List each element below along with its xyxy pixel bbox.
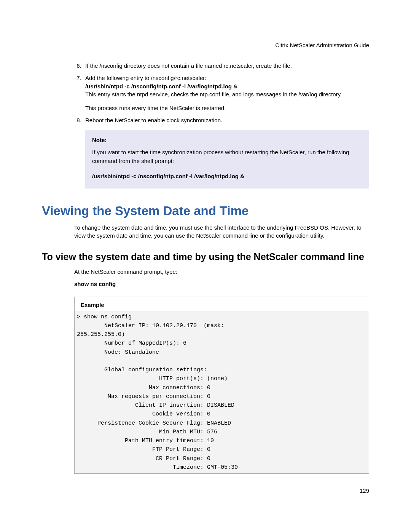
section-intro: To change the system date and time, you … [74,224,369,240]
section-heading: Viewing the System Date and Time [42,204,369,218]
example-block: Example > show ns config NetScaler IP: 1… [74,297,369,474]
note-label: Note: [92,136,362,145]
step-7-note: This process runs every time the NetScal… [85,105,226,111]
step-6: If the /nsconfig directory does not cont… [83,62,369,70]
note-box: Note: If you want to start the time sync… [85,130,369,189]
procedure-steps: If the /nsconfig directory does not cont… [42,62,369,189]
page-number: 129 [42,487,369,494]
step-7-command: /usr/sbin/ntpd -c /nsconfig/ntp.conf -l … [85,83,237,89]
step-7: Add the following entry to /nsconfig/rc.… [83,74,369,112]
step-6-text: If the /nsconfig directory does not cont… [85,62,292,69]
step-8: Reboot the NetScaler to enable clock syn… [83,116,369,189]
document-page: Citrix NetScaler Administration Guide If… [0,0,411,509]
example-title: Example [81,302,363,308]
subsection-heading: To view the system date and time by usin… [42,251,369,262]
example-output: > show ns config NetScaler IP: 10.102.29… [75,311,369,474]
cli-command: show ns config [74,280,369,288]
step-7-desc: This entry starts the ntpd service, chec… [85,91,342,97]
note-command: /usr/sbin/ntpd -c /nsconfig/ntp.conf -l … [92,172,362,181]
guide-title: Citrix NetScaler Administration Guide [275,42,369,48]
note-body: If you want to start the time synchroniz… [92,148,362,165]
step-8-text: Reboot the NetScaler to enable clock syn… [85,117,222,123]
prompt-text: At the NetScaler command prompt, type: [74,268,369,276]
page-header: Citrix NetScaler Administration Guide [42,42,369,53]
step-7-intro: Add the following entry to /nsconfig/rc.… [85,75,207,81]
